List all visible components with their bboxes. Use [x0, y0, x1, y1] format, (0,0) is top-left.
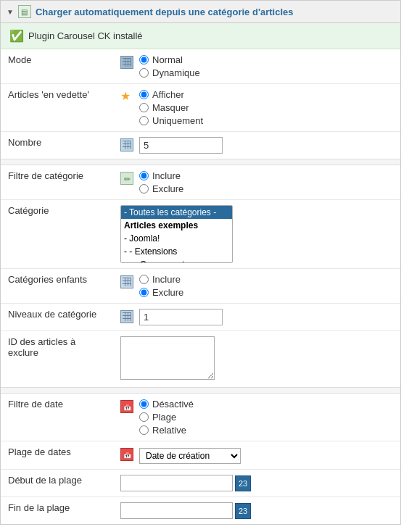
mode-radio-group: Normal Dynamique	[139, 54, 200, 78]
label-niveaux: Niveaux de catégorie	[1, 304, 113, 331]
date-desactive-radio[interactable]	[139, 399, 149, 409]
date-relative-label: Relative	[152, 425, 186, 436]
control-categorie: - Toutes les catégories - Articles exemp…	[113, 200, 400, 269]
collapse-arrow: ▼	[7, 8, 14, 16]
filtre-categorie-radio-group: Inclure Exclure	[139, 170, 183, 194]
success-message: ✅ Plugin Carousel CK installé	[1, 23, 400, 49]
control-featured: ★ Afficher Masquer	[113, 84, 400, 132]
filtre-inclure-radio[interactable]	[139, 171, 149, 180]
panel: ▼ ▤ Charger automatiquement depuis une c…	[0, 0, 401, 525]
plage-dates-select[interactable]: Date de création Date de modification Da…	[139, 448, 241, 464]
calendar-icon-2: 📅	[120, 448, 133, 461]
control-plage-dates: 📅 Date de création Date de modification …	[113, 441, 400, 470]
success-icon: ✅	[9, 29, 24, 43]
label-featured: Articles 'en vedette'	[1, 84, 113, 132]
filtre-categorie-icon: ✏	[120, 172, 135, 186]
row-id-exclude: ID des articles à exclure	[1, 331, 400, 388]
filtre-exclure-radio[interactable]	[139, 184, 149, 194]
label-nombre: Nombre	[1, 132, 113, 159]
featured-uniquement-radio[interactable]	[139, 116, 149, 125]
control-nombre	[113, 132, 400, 159]
cat-option-articles[interactable]: Articles exemples	[121, 219, 232, 232]
row-cat-enfants: Catégories enfants Inclure	[1, 269, 400, 304]
row-featured: Articles 'en vedette' ★ Afficher	[1, 84, 400, 132]
control-filtre-date: 📅 Désactivé Plage	[113, 394, 400, 441]
star-icon: ★	[120, 90, 131, 102]
pencil-icon: ✏	[120, 172, 133, 185]
date-plage-radio[interactable]	[139, 412, 149, 422]
fin-plage-input[interactable]	[120, 502, 233, 519]
label-id-exclude: ID des articles à exclure	[1, 331, 113, 388]
enfants-exclure-label: Exclure	[152, 287, 183, 298]
filtre-inclure[interactable]: Inclure	[139, 170, 183, 181]
form-table: Mode Normal	[1, 49, 400, 524]
featured-afficher[interactable]: Afficher	[139, 89, 203, 100]
control-mode: Normal Dynamique	[113, 49, 400, 84]
panel-icon: ▤	[18, 5, 31, 18]
mode-normal-label: Normal	[152, 54, 183, 65]
enfants-exclure[interactable]: Exclure	[139, 287, 183, 298]
enfants-exclure-radio[interactable]	[139, 288, 149, 297]
featured-masquer-label: Masquer	[152, 102, 189, 113]
niveaux-icon	[120, 310, 135, 325]
divider-cell-2	[1, 388, 400, 394]
date-relative[interactable]: Relative	[139, 425, 194, 436]
mode-normal[interactable]: Normal	[139, 54, 200, 65]
cat-enfants-radio-group: Inclure Exclure	[139, 274, 183, 298]
enfants-inclure-label: Inclure	[152, 274, 181, 285]
mode-dynamique-radio[interactable]	[139, 68, 149, 78]
label-filtre-date: Filtre de date	[1, 394, 113, 441]
featured-afficher-radio[interactable]	[139, 90, 149, 99]
label-debut-plage: Début de la plage	[1, 470, 113, 497]
fin-plage-cal-btn[interactable]: 23	[235, 503, 251, 519]
panel-header[interactable]: ▼ ▤ Charger automatiquement depuis une c…	[1, 1, 400, 23]
enfants-inclure[interactable]: Inclure	[139, 274, 183, 285]
featured-uniquement[interactable]: Uniquement	[139, 115, 203, 126]
cat-option-composants[interactable]: - - - Composants	[121, 258, 232, 263]
featured-masquer[interactable]: Masquer	[139, 102, 203, 113]
filtre-inclure-label: Inclure	[152, 170, 181, 181]
filtre-date-icon: 📅	[120, 400, 135, 415]
mode-normal-radio[interactable]	[139, 55, 149, 65]
filtre-exclure[interactable]: Exclure	[139, 183, 183, 194]
cat-option-extensions[interactable]: - - Extensions	[121, 245, 232, 258]
debut-plage-cal-btn[interactable]: 23	[235, 475, 251, 491]
mode-dynamique[interactable]: Dynamique	[139, 67, 200, 78]
featured-uniquement-label: Uniquement	[152, 115, 203, 126]
cal-icon-debut: 23	[239, 479, 247, 488]
featured-radio-group: Afficher Masquer Uniquement	[139, 89, 203, 126]
cat-option-joomla[interactable]: - Joomla!	[121, 232, 232, 245]
success-text: Plugin Carousel CK installé	[28, 30, 143, 41]
row-filtre-categorie: Filtre de catégorie ✏ Inclure	[1, 165, 400, 200]
date-desactive-label: Désactivé	[152, 399, 194, 410]
cat-option-all[interactable]: - Toutes les catégories -	[121, 206, 232, 219]
mode-icon	[120, 56, 135, 70]
categorie-select[interactable]: - Toutes les catégories - Articles exemp…	[120, 205, 233, 263]
filtre-date-radio-group: Désactivé Plage Relative	[139, 399, 194, 436]
date-plage[interactable]: Plage	[139, 412, 194, 423]
date-desactive[interactable]: Désactivé	[139, 399, 194, 410]
cat-enfants-icon	[120, 275, 135, 290]
cal-icon-fin: 23	[239, 507, 247, 515]
featured-icon: ★	[120, 91, 135, 105]
niveaux-input[interactable]	[139, 309, 223, 325]
date-relative-radio[interactable]	[139, 425, 149, 435]
panel-body: ✅ Plugin Carousel CK installé Mode	[1, 23, 400, 524]
enfants-inclure-radio[interactable]	[139, 275, 149, 284]
divider-1	[1, 159, 400, 165]
control-id-exclude	[113, 331, 400, 388]
nombre-input[interactable]	[139, 137, 223, 154]
featured-afficher-label: Afficher	[152, 89, 184, 100]
row-niveaux: Niveaux de catégorie	[1, 304, 400, 331]
divider-2	[1, 388, 400, 394]
control-niveaux	[113, 304, 400, 331]
id-exclude-textarea[interactable]	[120, 336, 215, 380]
featured-masquer-radio[interactable]	[139, 103, 149, 112]
divider-cell-1	[1, 159, 400, 165]
row-debut-plage: Début de la plage 23	[1, 470, 400, 497]
control-fin-plage: 23	[113, 497, 400, 525]
debut-plage-input[interactable]	[120, 475, 233, 491]
row-plage-dates: Plage de dates 📅 Date de création Date d…	[1, 441, 400, 470]
label-plage-dates: Plage de dates	[1, 441, 113, 470]
label-filtre-categorie: Filtre de catégorie	[1, 165, 113, 200]
